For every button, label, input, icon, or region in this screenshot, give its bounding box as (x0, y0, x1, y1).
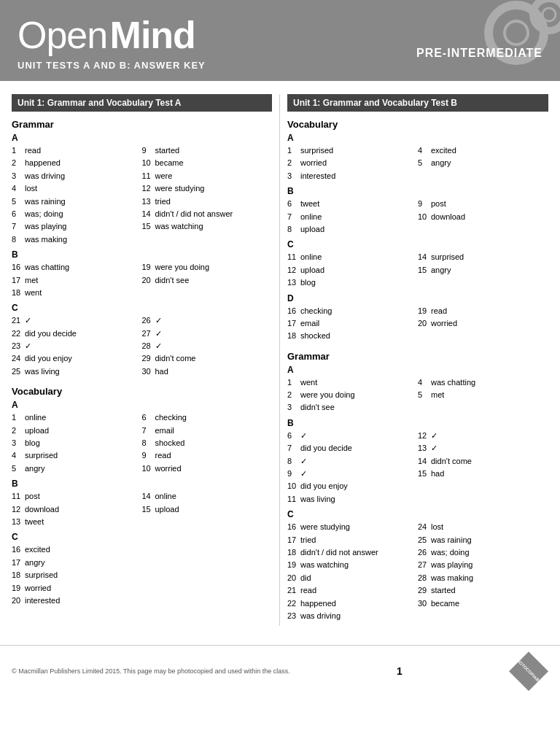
answer-item: 18didn't / did not answer (287, 547, 418, 558)
answer-num: 6 (12, 209, 25, 220)
grammar-c-grid: 21✓22did you decide23✓24did you enjoy25w… (12, 315, 272, 379)
answer-num: 6 (142, 412, 155, 423)
logo-open: Open (18, 14, 107, 56)
answer-item: 3interested (287, 171, 418, 182)
answer-num: 29 (142, 353, 155, 364)
answer-item: 5was raining (12, 196, 142, 207)
answer-item: 5angry (418, 158, 548, 169)
answer-num: 5 (418, 390, 431, 400)
answer-num: 24 (12, 353, 25, 364)
answer-num: 12 (142, 183, 155, 194)
answer-item: 1read (12, 145, 142, 156)
answer-num: 19 (418, 306, 431, 317)
answer-num: 4 (418, 145, 431, 156)
answer-item: 3was driving (12, 171, 142, 182)
answer-item: 12upload (287, 265, 418, 276)
answer-num: 3 (12, 438, 25, 449)
answer-item: 6✓ (287, 430, 418, 441)
rv-d-col1: 16checking17email18shocked (287, 306, 418, 344)
answer-num: 8 (142, 438, 155, 449)
answer-text: blog (300, 277, 316, 288)
copyright-text: © Macmillan Publishers Limited 2015. Thi… (12, 667, 290, 675)
two-col-layout: Unit 1: Grammar and Vocabulary Test A Gr… (12, 94, 548, 626)
answer-text: tweet (300, 198, 319, 209)
answer-text: became (155, 158, 184, 169)
answer-text: read (300, 585, 316, 596)
answer-text: was making (25, 234, 67, 245)
answer-item: 11were (142, 171, 273, 182)
answer-num: 3 (287, 171, 300, 182)
answer-text: was watching (300, 560, 349, 570)
answer-num: 30 (142, 366, 155, 377)
answer-text: was living (25, 366, 60, 377)
answer-text: excited (431, 145, 456, 156)
answer-text: upload (300, 224, 324, 235)
vocab-c-grid: 16excited17angry18surprised19worried20in… (12, 544, 272, 608)
answer-num: 13 (418, 443, 431, 454)
answer-num: 14 (142, 209, 155, 220)
answer-text: worried (155, 463, 182, 474)
grammar-a-col2: 9started10became11were12were studying13t… (142, 145, 273, 247)
vocabulary-heading-right: Vocabulary (287, 119, 548, 130)
answer-num: 11 (142, 171, 155, 182)
rg-b-grid: 6✓7did you decide8✓9✓10did you enjoy11wa… (287, 430, 548, 506)
answer-num: 12 (287, 265, 300, 276)
answer-text: happened (25, 158, 61, 169)
answer-item: 10did you enjoy (287, 481, 418, 492)
answer-text: was raining (431, 535, 472, 546)
answer-text: didn't see (300, 402, 335, 413)
answer-text: angry (25, 557, 45, 568)
answer-item: 20worried (418, 318, 548, 329)
answer-text: tried (300, 535, 316, 546)
answer-item: 20did (287, 573, 418, 584)
answer-text: read (155, 450, 171, 461)
rg-b-label: B (287, 418, 548, 428)
answer-item: 14didn't / did not answer (142, 209, 273, 220)
answer-text: worried (25, 583, 51, 594)
answer-num: 11 (287, 494, 300, 505)
main-content: Unit 1: Grammar and Vocabulary Test A Gr… (0, 81, 560, 638)
answer-item: 23✓ (12, 341, 142, 352)
answer-item: 12were studying (142, 183, 273, 194)
answer-num: 6 (287, 430, 300, 441)
pre-intermediate-label: PRE-INTERMEDIATE (416, 47, 542, 60)
rg-b-col1: 6✓7did you decide8✓9✓10did you enjoy11wa… (287, 430, 418, 506)
answer-item: 13tweet (12, 516, 142, 527)
answer-item: 11was living (287, 494, 418, 505)
answer-item: 16were studying (287, 522, 418, 533)
answer-num: 17 (12, 275, 25, 286)
answer-item: 27was playing (418, 560, 548, 570)
answer-item: 16was chatting (12, 262, 142, 273)
answer-num: 18 (287, 330, 300, 341)
answer-item: 19was watching (287, 560, 418, 570)
answer-text: tried (155, 196, 171, 207)
answer-text: upload (155, 504, 179, 515)
answer-num: 6 (287, 198, 300, 209)
answer-num: 24 (418, 522, 431, 533)
rg-b-col2: 12✓13✓14didn't come15had (418, 430, 548, 506)
answer-item: 6checking (142, 412, 273, 423)
answer-text: shocked (155, 438, 185, 449)
vocab-c-col1: 16excited17angry18surprised19worried20in… (12, 544, 142, 608)
answer-text: email (300, 318, 319, 329)
answer-num: 5 (418, 158, 431, 169)
grammar-b-label: B (12, 249, 272, 260)
answer-text: angry (431, 158, 451, 169)
answer-item: 6was; doing (12, 209, 142, 220)
answer-item: 20didn't see (142, 275, 273, 286)
grammar-c-col1: 21✓22did you decide23✓24did you enjoy25w… (12, 315, 142, 379)
answer-num: 28 (418, 573, 431, 584)
answer-item: 13✓ (418, 443, 548, 454)
answer-text: post (431, 198, 446, 209)
answer-num: 30 (418, 598, 431, 609)
answer-text: was raining (25, 196, 66, 207)
answer-item: 15was watching (142, 221, 273, 232)
answer-num: 16 (287, 306, 300, 317)
answer-text: had (431, 468, 444, 479)
answer-num: 25 (418, 535, 431, 546)
answer-text: ✓ (431, 443, 438, 454)
answer-num: 15 (418, 265, 431, 276)
answer-num: 1 (287, 145, 300, 156)
answer-item: 10download (418, 212, 548, 222)
answer-num: 4 (418, 377, 431, 388)
